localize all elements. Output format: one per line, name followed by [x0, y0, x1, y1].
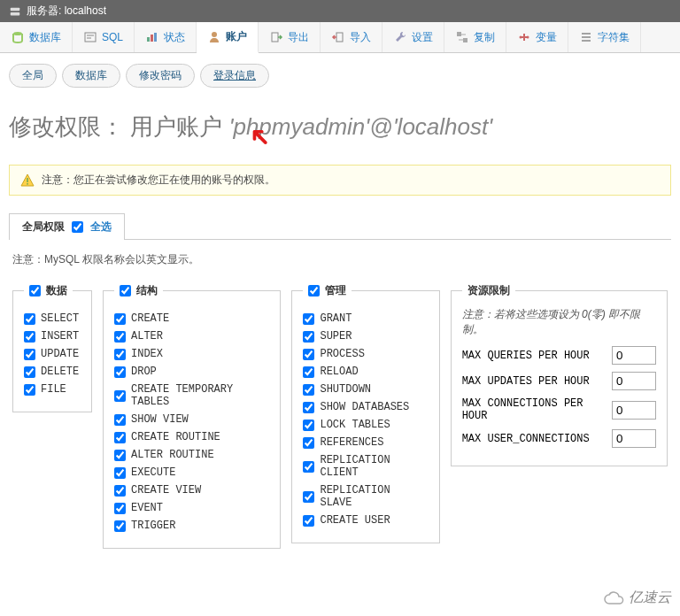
priv-checkbox[interactable]	[114, 450, 126, 461]
priv-checkbox[interactable]	[24, 384, 35, 396]
nav-sql[interactable]: SQL	[73, 22, 135, 52]
sub-nav: 全局 数据库 修改密码 登录信息 ➜	[0, 53, 680, 98]
priv-checkbox[interactable]	[114, 503, 126, 514]
priv-checkbox[interactable]	[303, 491, 314, 503]
import-icon	[331, 30, 345, 44]
priv-create-user: CREATE USER	[303, 514, 428, 527]
priv-checkbox[interactable]	[114, 520, 126, 532]
resource-label: MAX UPDATES PER HOUR	[462, 375, 605, 388]
nav-replication[interactable]: 复制	[444, 22, 506, 52]
breadcrumb-label: 服务器: localhost	[27, 4, 106, 19]
admin-group-checkbox[interactable]	[308, 285, 320, 296]
priv-checkbox[interactable]	[114, 331, 126, 343]
priv-checkbox[interactable]	[24, 349, 35, 360]
section-tabs: 全局权限 全选	[9, 213, 671, 240]
priv-update: UPDATE	[24, 348, 81, 360]
resource-label: MAX QUERIES PER HOUR	[462, 350, 605, 362]
priv-shutdown: SHUTDOWN	[303, 383, 428, 396]
priv-checkbox[interactable]	[303, 461, 314, 473]
nav-databases[interactable]: 数据库	[0, 22, 73, 52]
priv-checkbox[interactable]	[303, 420, 314, 431]
subnav-change-password[interactable]: 修改密码	[126, 64, 195, 88]
nav-status[interactable]: 状态	[135, 22, 197, 52]
sql-icon	[83, 30, 97, 44]
priv-process: PROCESS	[303, 348, 428, 360]
repl-icon	[455, 30, 469, 44]
warning-icon	[20, 173, 35, 188]
priv-checkbox[interactable]	[24, 366, 35, 378]
svg-rect-10	[457, 32, 461, 36]
warning-notice: 注意：您正在尝试修改您正在使用的账号的权限。	[9, 165, 671, 196]
resource-input[interactable]	[612, 401, 656, 420]
nav-import[interactable]: 导入	[321, 22, 382, 52]
priv-show-databases: SHOW DATABASES	[303, 401, 428, 413]
svg-point-7	[212, 32, 217, 37]
priv-alter-routine: ALTER ROUTINE	[114, 449, 269, 461]
subnav-database[interactable]: 数据库	[62, 64, 120, 88]
select-all-checkbox[interactable]	[72, 221, 83, 233]
priv-checkbox[interactable]	[114, 313, 126, 325]
breadcrumb: 服务器: localhost	[0, 0, 680, 22]
priv-checkbox[interactable]	[114, 432, 126, 443]
priv-create-routine: CREATE ROUTINE	[114, 431, 269, 443]
priv-create-temporary-tables: CREATE TEMPORARY TABLES	[114, 383, 269, 408]
resource-row: MAX CONNECTIONS PER HOUR	[462, 397, 656, 422]
structure-privileges: 结构 CREATEALTERINDEXDROPCREATE TEMPORARY …	[103, 283, 281, 549]
top-nav: 数据库 SQL 状态 账户 导出 导入 设置 复制 变量 字符集	[0, 22, 680, 53]
nav-accounts[interactable]: 账户	[197, 22, 259, 53]
nav-export[interactable]: 导出	[259, 22, 321, 52]
priv-checkbox[interactable]	[114, 414, 126, 426]
priv-replication-client: REPLICATION CLIENT	[303, 454, 428, 479]
priv-checkbox[interactable]	[303, 437, 314, 449]
var-icon	[517, 30, 531, 44]
priv-drop: DROP	[114, 366, 269, 378]
priv-checkbox[interactable]	[114, 366, 126, 378]
subnav-global[interactable]: 全局	[9, 64, 57, 88]
svg-rect-3	[85, 33, 96, 42]
resource-input[interactable]	[612, 372, 656, 390]
svg-rect-5	[151, 35, 153, 42]
page-title: 修改权限： 用户账户 'phpmyadmin'@'localhost'	[0, 98, 680, 165]
priv-show-view: SHOW VIEW	[114, 413, 269, 426]
warning-text: 注意：您正在尝试修改您正在使用的账号的权限。	[42, 173, 275, 188]
nav-settings[interactable]: 设置	[382, 22, 444, 52]
priv-checkbox[interactable]	[114, 467, 126, 479]
resource-input[interactable]	[612, 346, 656, 365]
priv-delete: DELETE	[24, 366, 81, 378]
mysql-note: 注意：MySQL 权限名称会以英文显示。	[0, 240, 680, 283]
wrench-icon	[393, 30, 407, 44]
svg-rect-14	[27, 178, 28, 182]
resource-input[interactable]	[612, 429, 656, 448]
priv-checkbox[interactable]	[114, 390, 126, 402]
priv-checkbox[interactable]	[303, 402, 314, 413]
nav-charsets[interactable]: 字符集	[568, 22, 641, 52]
priv-alter: ALTER	[114, 330, 269, 343]
svg-rect-8	[272, 33, 278, 42]
subnav-login-info[interactable]: 登录信息	[200, 64, 269, 88]
priv-checkbox[interactable]	[303, 331, 314, 343]
priv-checkbox[interactable]	[114, 485, 126, 497]
priv-checkbox[interactable]	[24, 313, 35, 325]
priv-execute: EXECUTE	[114, 466, 269, 479]
svg-rect-4	[147, 37, 150, 42]
priv-checkbox[interactable]	[303, 366, 314, 378]
priv-checkbox[interactable]	[114, 349, 126, 360]
priv-lock-tables: LOCK TABLES	[303, 419, 428, 431]
select-all-link[interactable]: 全选	[90, 219, 112, 235]
priv-checkbox[interactable]	[303, 384, 314, 396]
global-privileges-tab: 全局权限 全选	[9, 213, 125, 240]
priv-checkbox[interactable]	[24, 331, 35, 343]
priv-checkbox[interactable]	[303, 515, 314, 527]
priv-reload: RELOAD	[303, 366, 428, 378]
priv-checkbox[interactable]	[303, 349, 314, 360]
data-privileges: 数据 SELECTINSERTUPDATEDELETEFILE	[12, 283, 92, 412]
struct-group-checkbox[interactable]	[120, 285, 131, 296]
svg-rect-6	[154, 33, 157, 42]
export-icon	[269, 30, 283, 44]
resource-limits: 资源限制 注意：若将这些选项设为 0(零) 即不限制。 MAX QUERIES …	[451, 283, 668, 466]
priv-checkbox[interactable]	[303, 313, 314, 325]
priv-file: FILE	[24, 383, 81, 396]
nav-variables[interactable]: 变量	[506, 22, 568, 52]
data-group-checkbox[interactable]	[29, 285, 41, 296]
priv-select: SELECT	[24, 312, 81, 325]
